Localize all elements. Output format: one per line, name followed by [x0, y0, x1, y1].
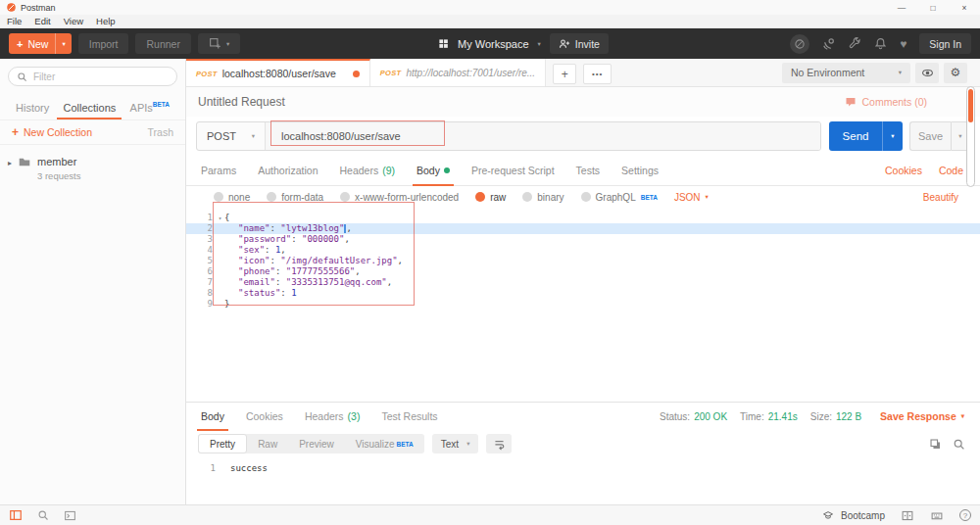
- minimize-icon[interactable]: —: [886, 0, 917, 15]
- collection-name: member: [37, 156, 80, 167]
- tab-params[interactable]: Params: [190, 155, 247, 185]
- tab-tests[interactable]: Tests: [565, 155, 612, 185]
- console-icon[interactable]: [64, 509, 76, 522]
- invite-button[interactable]: Invite: [550, 33, 609, 54]
- wrap-lines-button[interactable]: [486, 434, 512, 453]
- tab-prerequest-script[interactable]: Pre-request Script: [461, 155, 565, 185]
- find-icon[interactable]: [37, 509, 49, 521]
- beta-badge: BETA: [641, 194, 658, 201]
- maximize-icon[interactable]: □: [917, 0, 949, 15]
- chevron-down-icon: ▾: [899, 69, 902, 76]
- satellite-icon[interactable]: [822, 37, 836, 51]
- menu-file[interactable]: File: [7, 16, 22, 26]
- comments-button[interactable]: Comments (0): [845, 96, 968, 108]
- bodytype-binary[interactable]: binary: [522, 192, 564, 203]
- radio-icon[interactable]: [340, 192, 350, 202]
- fold-caret-icon[interactable]: ▾: [216, 213, 224, 223]
- settings-button[interactable]: ⚙: [944, 63, 967, 83]
- environment-quicklook-button[interactable]: [915, 63, 939, 83]
- new-button[interactable]: + New ▾: [9, 33, 72, 54]
- response-tab-headers[interactable]: Headers (3): [294, 403, 371, 430]
- bodytype-none[interactable]: none: [214, 192, 250, 203]
- shortcuts-keyboard-icon[interactable]: [930, 509, 944, 522]
- view-visualize[interactable]: VisualizeBETA: [345, 434, 424, 453]
- view-preview[interactable]: Preview: [288, 434, 345, 453]
- bodytype-form-data[interactable]: form-data: [267, 192, 323, 203]
- request-title[interactable]: Untitled Request: [198, 95, 285, 109]
- radio-selected-icon[interactable]: [475, 192, 485, 202]
- send-button[interactable]: Send: [829, 121, 882, 151]
- tab-collections[interactable]: Collections: [57, 102, 122, 119]
- import-button[interactable]: Import: [78, 33, 129, 54]
- sync-off-icon[interactable]: [790, 34, 809, 54]
- response-body[interactable]: 1 success: [186, 457, 980, 473]
- two-pane-view-icon[interactable]: [901, 509, 914, 522]
- response-tab-test-results[interactable]: Test Results: [370, 403, 448, 430]
- method-selector[interactable]: POST ▾: [197, 122, 266, 150]
- active-tab-underline: [413, 184, 454, 186]
- environment-selector[interactable]: No Environment ▾: [782, 63, 910, 83]
- chevron-down-icon[interactable]: ▾: [55, 33, 71, 54]
- sign-in-button[interactable]: Sign In: [919, 33, 971, 54]
- bodytype-raw[interactable]: raw: [475, 192, 506, 203]
- editor-line-selected: 2 "name": "lytw13blog",: [186, 223, 980, 234]
- bell-icon[interactable]: [874, 37, 887, 50]
- bodytype-graphql[interactable]: GraphQLBETA: [581, 192, 658, 203]
- bootcamp-button[interactable]: Bootcamp: [821, 509, 885, 521]
- bodytype-urlencoded[interactable]: x-www-form-urlencoded: [340, 192, 459, 203]
- menu-edit[interactable]: Edit: [34, 16, 50, 26]
- radio-icon[interactable]: [267, 192, 276, 202]
- wrench-icon[interactable]: [849, 37, 861, 50]
- runner-button[interactable]: Runner: [135, 33, 190, 54]
- radio-icon[interactable]: [214, 192, 223, 202]
- request-tab-2[interactable]: POST http://localhost:7001/user/re...: [370, 59, 546, 86]
- search-icon: [17, 72, 27, 82]
- copy-icon[interactable]: [929, 438, 942, 451]
- toggle-sidebar-icon[interactable]: [9, 508, 23, 522]
- new-collection-button[interactable]: + New Collection: [12, 125, 92, 139]
- help-icon[interactable]: ?: [959, 509, 971, 521]
- radio-icon[interactable]: [522, 192, 532, 202]
- open-new-button[interactable]: ▾: [198, 33, 240, 54]
- tab-options-button[interactable]: •••: [583, 64, 612, 84]
- send-options-button[interactable]: ▾: [882, 121, 903, 151]
- filter-input[interactable]: [33, 72, 151, 82]
- url-input[interactable]: localhost:8080/user/save: [266, 122, 820, 150]
- collection-item-member[interactable]: ▸ member 3 requests: [0, 145, 185, 192]
- view-raw[interactable]: Raw: [247, 434, 288, 453]
- save-response-button[interactable]: Save Response ▾: [880, 410, 964, 422]
- request-header: Untitled Request Comments (0): [186, 87, 980, 117]
- beautify-link[interactable]: Beautify: [923, 192, 980, 203]
- workspace-switcher[interactable]: My Workspace ▾ Invite: [438, 28, 609, 59]
- filter-search[interactable]: [8, 67, 177, 86]
- save-button[interactable]: Save: [909, 121, 951, 151]
- heart-icon[interactable]: ♥: [900, 38, 906, 50]
- new-tab-button[interactable]: +: [553, 64, 576, 84]
- radio-icon[interactable]: [581, 192, 591, 202]
- editor-line: 9 }: [186, 299, 980, 310]
- tab-history[interactable]: History: [10, 102, 55, 119]
- chevron-down-icon: ▾: [961, 412, 964, 420]
- tab-apis[interactable]: APIsBETA: [124, 101, 175, 119]
- tab-authorization[interactable]: Authorization: [247, 155, 328, 185]
- scrollbar-thumb[interactable]: [968, 89, 973, 122]
- tab-settings[interactable]: Settings: [611, 155, 669, 185]
- chevron-right-icon[interactable]: ▸: [8, 159, 12, 167]
- request-tab-active[interactable]: POST localhost:8080/user/save: [186, 59, 370, 86]
- format-selector[interactable]: JSON▾: [674, 192, 709, 203]
- code-link[interactable]: Code: [939, 165, 963, 176]
- view-pretty[interactable]: Pretty: [198, 434, 247, 453]
- response-tab-body[interactable]: Body: [190, 403, 235, 430]
- trash-button[interactable]: Trash: [148, 126, 173, 138]
- menu-view[interactable]: View: [64, 16, 83, 26]
- search-icon[interactable]: [953, 438, 965, 451]
- close-icon[interactable]: ×: [949, 0, 980, 15]
- tab-body[interactable]: Body: [406, 155, 461, 185]
- response-tab-cookies[interactable]: Cookies: [235, 403, 294, 430]
- request-tabstrip: POST localhost:8080/user/save POST http:…: [186, 59, 980, 87]
- tab-headers[interactable]: Headers (9): [328, 155, 406, 185]
- body-editor[interactable]: 1 ▾ { 2 "name": "lytw13blog", 3 "passwor…: [186, 208, 980, 402]
- response-format-selector[interactable]: Text ▾: [432, 434, 479, 453]
- menu-help[interactable]: Help: [96, 16, 116, 26]
- cookies-link[interactable]: Cookies: [885, 165, 922, 176]
